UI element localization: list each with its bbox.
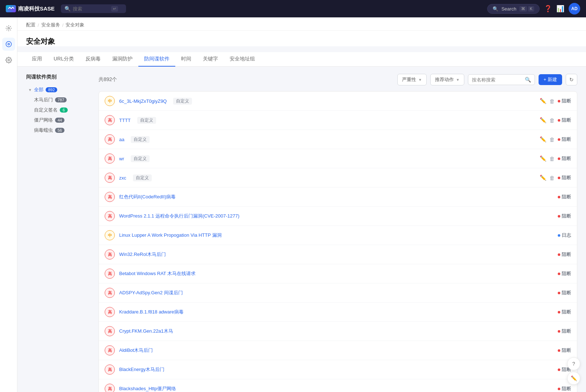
- float-edit-icon: ✏️: [571, 375, 577, 381]
- float-help-button[interactable]: ?: [567, 357, 580, 370]
- action-status: 阻断: [558, 136, 571, 143]
- list-item: 高 Crypt.FKM.Gen.22a1木马 阻断: [99, 322, 577, 341]
- item-name[interactable]: BlackEnergy木马后门: [119, 366, 164, 373]
- action-arrow-icon: ▼: [456, 78, 460, 82]
- tab-apps[interactable]: 应用: [26, 52, 48, 67]
- action-status: 阻断: [558, 117, 571, 123]
- list-count: 共892个: [99, 76, 117, 83]
- list-item: 高 WordPress 2.1.1 远程命令执行后门漏洞(CVE-2007-12…: [99, 207, 577, 226]
- tree-all-label: 全部: [34, 87, 43, 93]
- item-name[interactable]: Win32.ReRol木马后门: [119, 251, 166, 258]
- new-button[interactable]: + 新建: [539, 74, 562, 85]
- topnav: 南凌科技SASE 🔍 ↵ 🔍 Search ⌘ K ❓ 📊 AD: [0, 0, 586, 17]
- item-actions: ✏️ 🗑 阻断: [540, 136, 571, 143]
- item-actions: ✏️ 🗑 阻断: [540, 117, 571, 123]
- item-tag: 自定义: [173, 98, 192, 105]
- item-name[interactable]: 6c_3L-MkjZxT0giyZ9Q: [119, 98, 167, 104]
- delete-icon[interactable]: 🗑: [549, 98, 555, 104]
- item-actions: 阻断: [558, 194, 571, 200]
- sidebar-item-settings[interactable]: [2, 54, 15, 67]
- tree-child-botnet[interactable]: 僵尸网络 44: [32, 115, 91, 125]
- edit-icon[interactable]: ✏️: [540, 174, 547, 181]
- item-name[interactable]: Betabot Windows RAT 木马在线请求: [119, 270, 196, 277]
- sidebar-item-home[interactable]: [2, 22, 15, 35]
- tree-child-label-worm: 病毒蠕虫: [34, 127, 53, 134]
- page-title: 安全对象: [26, 37, 577, 46]
- float-edit-button[interactable]: ✏️: [567, 372, 580, 385]
- action-status: 阻断: [558, 309, 571, 315]
- item-name[interactable]: TTTT: [119, 118, 131, 123]
- topnav-right: 🔍 Search ⌘ K ❓ 📊 AD: [487, 3, 580, 14]
- status-dot: [558, 253, 560, 256]
- item-name[interactable]: Linux Lupper A Work Propogation Via HTTP…: [119, 232, 222, 239]
- help-icon[interactable]: ❓: [544, 5, 552, 13]
- severity-icon-high: 高: [105, 115, 115, 125]
- tree-child-trojan[interactable]: 木马后门 787: [32, 95, 91, 105]
- item-name[interactable]: zxc: [119, 175, 126, 181]
- list-search[interactable]: 🔍: [468, 74, 535, 85]
- user-avatar[interactable]: AD: [569, 3, 580, 14]
- chart-icon[interactable]: 📊: [556, 5, 564, 13]
- list-item: 高 红色代码II(CodeRedII)病毒 阻断: [99, 187, 577, 207]
- category-title: 间谍软件类别: [26, 74, 91, 80]
- item-name[interactable]: Blackshades_Http僵尸网络: [119, 385, 176, 392]
- delete-icon[interactable]: 🗑: [549, 156, 555, 162]
- edit-icon[interactable]: ✏️: [540, 98, 547, 104]
- item-name[interactable]: aa: [119, 137, 124, 142]
- edit-icon[interactable]: ✏️: [540, 117, 547, 123]
- item-name[interactable]: ADSPY-AdSpy.Gen2 间谍后门: [119, 290, 183, 296]
- item-actions: 阻断: [558, 290, 571, 296]
- item-actions: ✏️ 🗑 阻断: [540, 98, 571, 104]
- tab-vuln[interactable]: 漏洞防护: [106, 52, 138, 67]
- tab-antivirus[interactable]: 反病毒: [80, 52, 106, 67]
- tree-all-badge: 892: [46, 87, 57, 92]
- severity-icon-high: 高: [105, 211, 115, 221]
- breadcrumb-security-service[interactable]: 安全服务: [41, 22, 60, 28]
- delete-icon[interactable]: 🗑: [549, 136, 555, 143]
- edit-icon[interactable]: ✏️: [540, 155, 547, 162]
- list-items: 中 6c_3L-MkjZxT0giyZ9Q 自定义 ✏️ 🗑 阻断 高 TTTT…: [99, 91, 577, 392]
- nav-search-input[interactable]: [73, 6, 109, 12]
- global-search-kbd: ⌘ K: [519, 6, 534, 12]
- tab-url[interactable]: URL分类: [48, 52, 80, 67]
- item-name[interactable]: Crypt.FKM.Gen.22a1木马: [119, 328, 173, 334]
- tree-child-worm[interactable]: 病毒蠕虫 56: [32, 125, 91, 135]
- delete-icon[interactable]: 🗑: [549, 117, 555, 123]
- tree-child-custom[interactable]: 自定义签名 6: [32, 105, 91, 115]
- global-search-button[interactable]: 🔍 Search ⌘ K: [487, 4, 540, 14]
- severity-icon-high: 高: [105, 288, 115, 298]
- nav-search[interactable]: 🔍 ↵: [61, 4, 126, 13]
- logo-icon: [6, 5, 16, 12]
- item-actions: 阻断: [558, 270, 571, 277]
- status-dot: [558, 100, 560, 102]
- tree-item-all[interactable]: ▼ 全部 892: [26, 85, 91, 95]
- item-name[interactable]: WordPress 2.1.1 远程命令执行后门漏洞(CVE-2007-1277…: [119, 213, 239, 219]
- category-panel: 间谍软件类别 ▼ 全部 892 木马后门 787 自定义签名 6 僵尸网络 44: [26, 74, 91, 392]
- tree-badge-botnet: 44: [55, 118, 64, 123]
- page-header: 安全对象: [17, 31, 586, 46]
- tab-spyware[interactable]: 防间谍软件: [138, 52, 175, 67]
- item-name[interactable]: Kraddare.B.1.f818 adware病毒: [119, 309, 184, 315]
- delete-icon[interactable]: 🗑: [549, 175, 555, 181]
- action-select[interactable]: 推荐动作 ▼: [430, 74, 464, 85]
- edit-icon[interactable]: ✏️: [540, 136, 547, 143]
- status-dot: [558, 177, 560, 179]
- list-search-input[interactable]: [472, 77, 523, 83]
- severity-icon-high: 高: [105, 364, 115, 375]
- sidebar-item-security[interactable]: [2, 38, 15, 51]
- tab-address[interactable]: 安全地址组: [224, 52, 261, 67]
- refresh-button[interactable]: ↻: [566, 74, 577, 85]
- tab-time[interactable]: 时间: [175, 52, 197, 67]
- item-name[interactable]: 红色代码II(CodeRedII)病毒: [119, 194, 176, 200]
- action-status: 日志: [558, 232, 571, 239]
- tree-children: 木马后门 787 自定义签名 6 僵尸网络 44 病毒蠕虫 56: [32, 95, 91, 135]
- breadcrumb-current: 安全对象: [66, 22, 84, 28]
- tab-keyword[interactable]: 关键字: [197, 52, 224, 67]
- breadcrumb-config[interactable]: 配置: [26, 22, 35, 28]
- item-name[interactable]: wr: [119, 156, 124, 161]
- severity-icon-high: 高: [105, 173, 115, 183]
- severity-select[interactable]: 严重性 ▼: [397, 74, 427, 85]
- item-name[interactable]: AldiBot木马后门: [119, 347, 153, 354]
- list-item: 高 BlackEnergy木马后门 阻断: [99, 360, 577, 379]
- action-status: 阻断: [558, 328, 571, 334]
